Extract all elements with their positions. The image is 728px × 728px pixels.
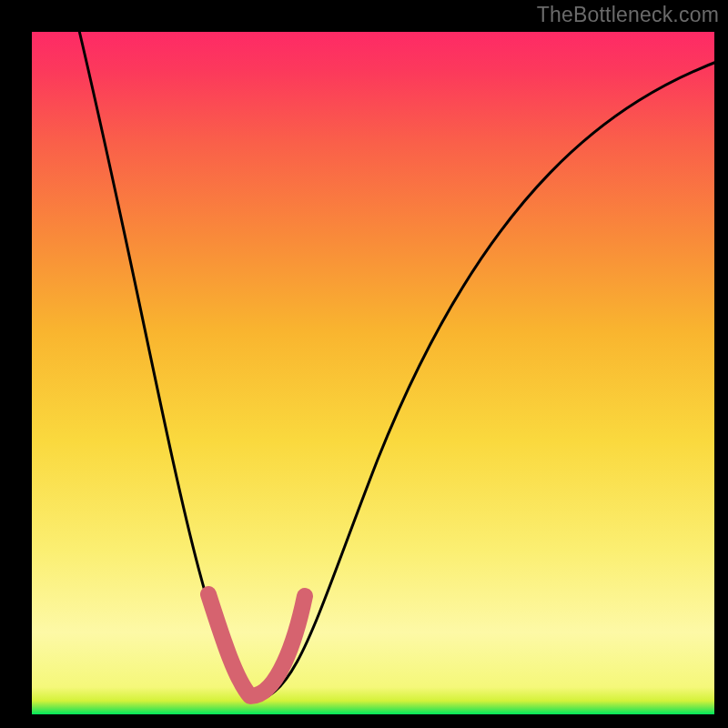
bottleneck-curve <box>77 23 723 701</box>
plot-area <box>32 32 714 714</box>
chart-svg <box>32 32 714 714</box>
chart-frame: TheBottleneck.com <box>0 0 728 728</box>
highlight-segment <box>208 594 305 696</box>
watermark-text: TheBottleneck.com <box>537 3 719 27</box>
